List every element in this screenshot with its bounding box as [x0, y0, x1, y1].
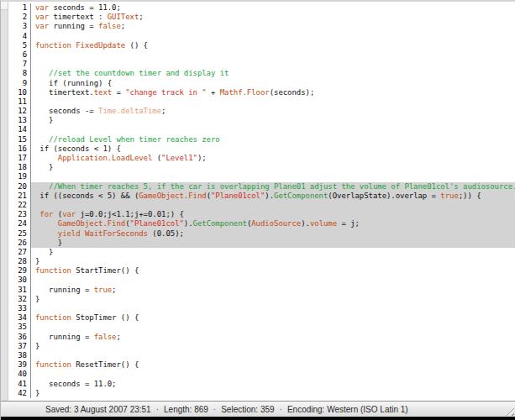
code-line[interactable]: 28} [8, 257, 515, 266]
line-number: 11 [8, 97, 31, 107]
code-line[interactable]: 42} [8, 389, 515, 398]
code-line[interactable]: 22 [8, 201, 515, 210]
code-line-text [31, 172, 515, 181]
line-number: 9 [8, 79, 31, 88]
status-separator: · [213, 405, 216, 414]
code-line-text: } [31, 389, 515, 398]
code-line-text: for (var j=0.0;j<1.1;j+=0.01;) { [31, 210, 515, 219]
resize-grip-icon[interactable] [503, 405, 514, 416]
code-line-text [31, 50, 515, 60]
code-line[interactable]: 1var seconds = 11.0; [8, 3, 515, 13]
code-line-text: running = true; [31, 286, 515, 295]
code-line[interactable]: 38 [8, 351, 515, 360]
code-line[interactable]: 19 [8, 172, 515, 181]
code-line[interactable]: 32} [8, 295, 515, 304]
code-line[interactable]: 11 [8, 97, 515, 107]
code-line[interactable]: 35 [8, 323, 515, 332]
line-number: 28 [8, 257, 31, 266]
code-line[interactable]: 24 GameObject.Find("Plane01col").GetComp… [8, 219, 515, 228]
code-line[interactable]: 40 [8, 370, 515, 379]
status-encoding: Encoding: Western (ISO Latin 1) [287, 405, 408, 414]
code-line[interactable]: 31 running = true; [8, 286, 515, 295]
line-number: 20 [8, 182, 31, 192]
code-line[interactable]: 27 } [8, 248, 515, 257]
code-line[interactable]: 29function StartTimer() { [8, 266, 515, 276]
status-saved: Saved: 3 August 2007 23:51 [45, 405, 151, 414]
code-line[interactable]: 37} [8, 342, 515, 351]
code-line[interactable]: 12 seconds -= Time.deltaTime; [8, 107, 515, 116]
code-line-text: function StopTimer () { [31, 313, 515, 323]
code-line-text: //set the countdown timer and display it [31, 69, 515, 78]
line-number: 31 [8, 286, 31, 295]
code-line[interactable]: 15 //reload Level when timer reaches zer… [8, 135, 515, 144]
code-line[interactable]: 16 if (seconds < 1) { [8, 144, 515, 154]
code-line-text [31, 32, 515, 41]
line-number: 24 [8, 219, 31, 228]
code-line[interactable]: 20 //When timer reaches 5, if the car is… [8, 182, 515, 192]
status-length: Length: 869 [164, 405, 208, 414]
code-line[interactable]: 6 [8, 50, 515, 60]
line-number: 7 [8, 60, 31, 69]
line-number: 17 [8, 154, 31, 163]
code-line-text: //When timer reaches 5, if the car is ov… [31, 182, 515, 192]
code-line[interactable]: 39function ResetTimer() { [8, 360, 515, 370]
code-line[interactable]: 33 [8, 304, 515, 313]
code-line[interactable]: 9 if (running) { [8, 79, 515, 88]
status-bar: Saved: 3 August 2007 23:51·Length: 869·S… [1, 401, 515, 417]
line-number: 33 [8, 304, 31, 313]
line-number: 14 [8, 125, 31, 134]
line-number: 40 [8, 370, 31, 379]
code-line-text [31, 351, 515, 360]
code-line-text: timertext.text = "change track in " + Ma… [31, 88, 515, 97]
code-line[interactable]: 26 } [8, 239, 515, 248]
code-line[interactable]: 41 seconds = 11.0; [8, 380, 515, 389]
code-line[interactable]: 7 [8, 60, 515, 69]
line-number: 29 [8, 266, 31, 276]
line-number: 39 [8, 360, 31, 370]
code-line-text: if (running) { [31, 79, 515, 88]
code-line-text [31, 304, 515, 313]
code-line[interactable]: 8 //set the countdown timer and display … [8, 69, 515, 78]
status-separator: · [156, 405, 159, 414]
code-editor[interactable]: 1var seconds = 11.0;2var timertext : GUI… [1, 2, 515, 401]
code-line[interactable]: 30 [8, 276, 515, 285]
code-line[interactable]: 3var running = false; [8, 22, 515, 31]
code-line-text: if (seconds < 1) { [31, 144, 515, 154]
code-line[interactable]: 21 if ((seconds < 5) && (GameObject.Find… [8, 192, 515, 201]
code-line-text [31, 276, 515, 285]
line-number: 34 [8, 313, 31, 323]
line-number: 5 [8, 41, 31, 50]
code-line-text: function FixedUpdate () { [31, 41, 515, 50]
code-line-text: //reload Level when timer reaches zero [31, 135, 515, 144]
code-line-text: GameObject.Find("Plane01col").GetCompone… [31, 219, 515, 228]
code-line[interactable]: 25 yield WaitForSeconds (0.05); [8, 229, 515, 239]
code-line-text: seconds = 11.0; [31, 380, 515, 389]
code-line[interactable]: 14 [8, 125, 515, 134]
code-line[interactable]: 13 } [8, 116, 515, 125]
line-number: 6 [8, 50, 31, 60]
code-line[interactable]: 4 [8, 32, 515, 41]
code-line-text: function StartTimer() { [31, 266, 515, 276]
line-number: 16 [8, 144, 31, 154]
window-bottom-edge [1, 417, 515, 420]
line-number: 18 [8, 163, 31, 172]
code-line[interactable]: 17 Application.LoadLevel ("Level1"); [8, 154, 515, 163]
code-lines: 1var seconds = 11.0;2var timertext : GUI… [8, 2, 515, 401]
code-line[interactable]: 23 for (var j=0.0;j<1.1;j+=0.01;) { [8, 210, 515, 219]
line-number: 3 [8, 22, 31, 31]
line-number: 12 [8, 107, 31, 116]
code-line[interactable]: 10 timertext.text = "change track in " +… [8, 88, 515, 97]
line-number: 10 [8, 88, 31, 97]
line-number: 25 [8, 229, 31, 239]
fold-margin [1, 2, 8, 401]
code-line-text: } [31, 116, 515, 125]
code-line[interactable]: 2var timertext : GUIText; [8, 13, 515, 22]
code-line-text [31, 323, 515, 332]
code-line[interactable]: 34function StopTimer () { [8, 313, 515, 323]
line-number: 41 [8, 380, 31, 389]
code-line[interactable]: 5function FixedUpdate () { [8, 41, 515, 50]
code-line-text: var timertext : GUIText; [31, 13, 515, 22]
code-line[interactable]: 36 running = false; [8, 333, 515, 342]
code-line[interactable]: 18 } [8, 163, 515, 172]
line-number: 22 [8, 201, 31, 210]
